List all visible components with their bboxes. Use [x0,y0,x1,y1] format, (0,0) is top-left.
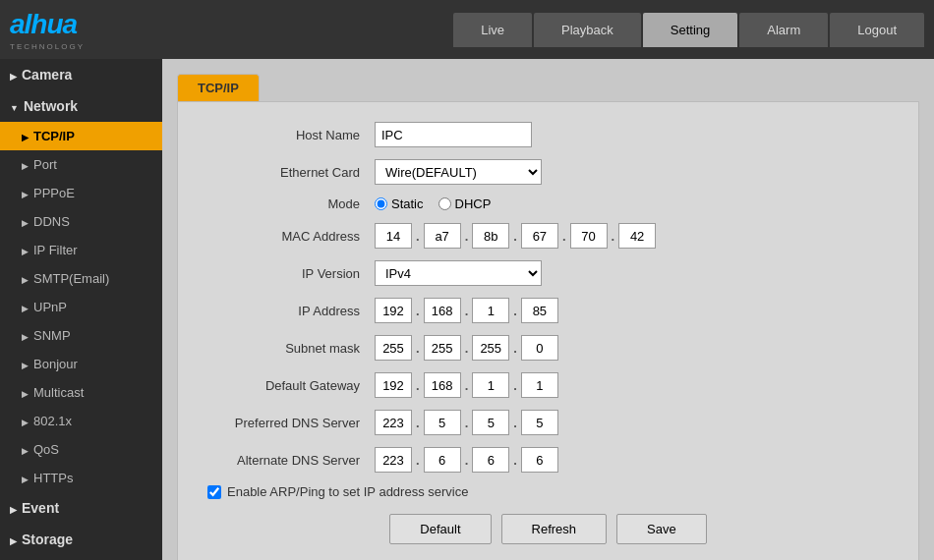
dot-icon: . [513,341,517,356]
sidebar-item-tcpip[interactable]: TCP/IP [0,122,162,150]
dns2-seg-0[interactable] [375,447,412,473]
mode-control: Static DHCP [375,196,491,211]
chevron-icon [22,385,29,400]
mode-dhcp-option[interactable]: DHCP [438,196,492,211]
mac-seg-0[interactable] [375,223,412,249]
ethernet-select[interactable]: Wire(DEFAULT) Wireless [375,159,542,185]
mac-control: . . . . . [375,223,656,249]
ipversion-select[interactable]: IPv4 IPv6 [375,260,542,286]
save-button[interactable]: Save [616,514,707,544]
mode-static-option[interactable]: Static [375,196,424,211]
sidebar-item-qos[interactable]: QoS [0,435,162,464]
refresh-button[interactable]: Refresh [501,514,608,544]
dot-icon: . [513,378,517,393]
sidebar-item-8021x[interactable]: 802.1x [0,407,162,435]
ip-seg-1[interactable] [424,298,461,323]
sidebar-section-network[interactable]: Network [0,90,162,122]
dns1-seg-3[interactable] [521,410,558,435]
dot-icon: . [465,378,469,393]
dot-icon: . [416,453,420,468]
dns2-row: Alternate DNS Server . . . [207,447,889,473]
button-row: Default Refresh Save [207,514,889,544]
dns1-control: . . . [375,410,558,435]
sidebar-item-upnp[interactable]: UPnP [0,293,162,321]
gateway-control: . . . [375,372,558,398]
dns1-seg-2[interactable] [472,410,509,435]
dns1-row: Preferred DNS Server . . . [207,410,889,435]
gateway-seg-2[interactable] [472,372,509,398]
sidebar-item-smtp[interactable]: SMTP(Email) [0,264,162,293]
ip-control: . . . [375,298,558,323]
chevron-icon [22,442,29,457]
content-area: Ali Security StoreAli Security Store TCP… [162,59,934,560]
mac-seg-3[interactable] [521,223,558,249]
sidebar-item-port[interactable]: Port [0,150,162,179]
dns2-seg-2[interactable] [472,447,509,473]
dns2-seg-3[interactable] [521,447,558,473]
sidebar-section-storage[interactable]: Storage [0,524,162,555]
dns1-seg-0[interactable] [375,410,412,435]
mode-dhcp-radio[interactable] [438,197,451,210]
ip-row: IP Address . . . [207,298,889,323]
chevron-right-icon [10,500,17,516]
tab-playback[interactable]: Playback [534,13,641,47]
mode-static-radio[interactable] [375,197,387,210]
ip-seg-0[interactable] [375,298,412,323]
dns2-control: . . . [375,447,558,473]
tab-alarm[interactable]: Alarm [739,13,828,47]
dns2-seg-1[interactable] [424,447,461,473]
chevron-right-icon [10,532,17,547]
sidebar-item-https[interactable]: HTTPs [0,464,162,492]
tab-setting[interactable]: Setting [643,13,737,47]
arp-label: Enable ARP/Ping to set IP address servic… [227,484,468,499]
gateway-seg-1[interactable] [424,372,461,398]
content-tab-tcpip[interactable]: TCP/IP [177,74,260,101]
hostname-control [375,122,532,147]
ip-label: IP Address [207,304,375,318]
gateway-seg-3[interactable] [521,372,558,398]
header: alhua TECHNOLOGY Live Playback Setting A… [0,0,934,59]
sidebar-item-ipfilter[interactable]: IP Filter [0,236,162,264]
chevron-icon [22,243,29,257]
form-panel: Host Name Ethernet Card Wire(DEFAULT) Wi… [177,101,919,560]
subnet-seg-0[interactable] [375,335,412,361]
tab-logout[interactable]: Logout [830,13,924,47]
main-layout: Camera Network TCP/IP Port PPPoE DDNS IP… [0,59,934,560]
dot-icon: . [513,304,517,318]
mac-label: MAC Address [207,229,375,244]
sidebar-item-snmp[interactable]: SNMP [0,321,162,350]
sidebar-item-ddns[interactable]: DDNS [0,207,162,236]
hostname-input[interactable] [375,122,532,147]
dot-icon: . [465,304,469,318]
ipversion-control: IPv4 IPv6 [375,260,542,286]
hostname-label: Host Name [207,128,375,142]
dns1-seg-1[interactable] [424,410,461,435]
mac-row: MAC Address . . . . . [207,223,889,249]
gateway-seg-0[interactable] [375,372,412,398]
mac-seg-1[interactable] [424,223,461,249]
sidebar-section-event[interactable]: Event [0,492,162,524]
dot-icon: . [562,229,566,244]
arp-checkbox[interactable] [207,485,221,499]
sidebar-section-camera[interactable]: Camera [0,59,162,90]
mac-seg-2[interactable] [472,223,509,249]
chevron-icon [22,271,29,286]
sidebar-section-system[interactable]: System [0,555,162,560]
sidebar-item-pppoe[interactable]: PPPoE [0,179,162,207]
default-button[interactable]: Default [389,514,491,544]
ethernet-control: Wire(DEFAULT) Wireless [375,159,542,185]
mac-seg-4[interactable] [570,223,608,249]
subnet-seg-1[interactable] [424,335,461,361]
ip-seg-2[interactable] [472,298,509,323]
sidebar-item-bonjour[interactable]: Bonjour [0,350,162,378]
chevron-icon [22,357,29,371]
mac-seg-5[interactable] [618,223,656,249]
sidebar-item-multicast[interactable]: Multicast [0,378,162,407]
tab-live[interactable]: Live [453,13,532,47]
dot-icon: . [416,341,420,356]
dot-icon: . [513,229,517,244]
subnet-seg-3[interactable] [521,335,558,361]
logo: alhua TECHNOLOGY [10,9,167,51]
ip-seg-3[interactable] [521,298,558,323]
subnet-seg-2[interactable] [472,335,509,361]
